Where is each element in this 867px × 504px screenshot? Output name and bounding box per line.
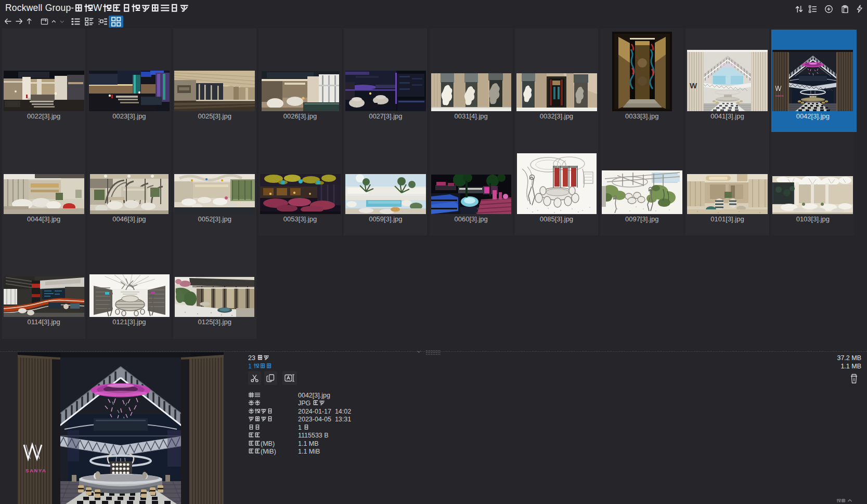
svg-text:SANYA: SANYA	[25, 468, 46, 473]
svg-text:SANYA: SANYA	[775, 95, 784, 97]
svg-text:W: W	[690, 81, 697, 90]
